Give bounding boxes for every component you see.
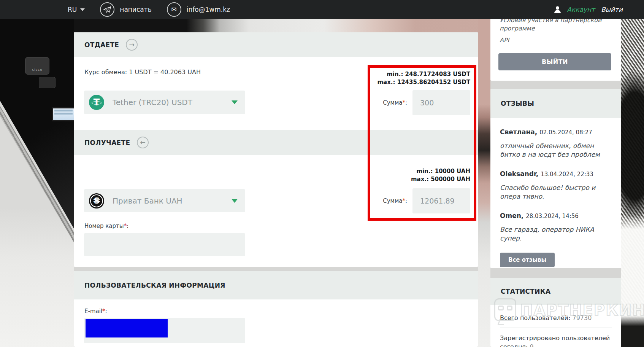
receive-section-header: ПОЛУЧАЕТЕ ← — [74, 130, 478, 155]
give-currency-select[interactable]: T Tether (TRC20) USDT — [84, 91, 245, 114]
background-photo-left: cisco — [0, 0, 74, 347]
logout-link[interactable]: Выйти — [601, 6, 623, 13]
reviews-list: Светлана, 02.05.2024, 08:27 отличный обм… — [490, 118, 621, 267]
api-link[interactable]: API — [500, 36, 612, 45]
total-users-value: 79730 — [572, 314, 592, 322]
review-text: Все гаразд, оператор НИКА супер. — [500, 225, 612, 243]
mail-icon[interactable]: ✉ — [167, 2, 181, 17]
user-icon — [554, 6, 561, 13]
give-title: ОТДАЕТЕ — [84, 41, 119, 49]
give-limits: min.: 248.71724083 USDT max.: 12435.8620… — [377, 70, 470, 86]
receive-title: ПОЛУЧАЕТЕ — [84, 139, 130, 146]
language-label: RU — [68, 6, 77, 13]
reviews-title: ОТЗЫВЫ — [501, 100, 534, 107]
receive-max: max.: 500000 UAH — [411, 175, 470, 183]
receive-currency-label: Приват Банк UAH — [113, 196, 182, 205]
review-author: Omen, 28.03.2024, 14:56 — [500, 212, 612, 220]
logout-button[interactable]: ВЫЙТИ — [498, 53, 611, 70]
required-mark: * — [102, 308, 105, 315]
telegram-icon[interactable] — [100, 2, 114, 17]
give-amount-label: Сумма*: — [383, 99, 407, 106]
reviews-header: ОТЗЫВЫ — [490, 89, 621, 118]
reviews-panel: ОТЗЫВЫ Светлана, 02.05.2024, 08:27 отлич… — [490, 89, 621, 268]
arrow-right-icon[interactable]: → — [126, 39, 138, 51]
review-text: Спасибо большое! быстро и опера тивно. — [500, 183, 612, 201]
review-author: Светлана, 02.05.2024, 08:27 — [500, 128, 612, 137]
review-date: 28.03.2024, 14:56 — [526, 213, 579, 220]
total-users: Всего пользователей: 79730 — [500, 314, 612, 322]
photo-printer-screen — [52, 107, 75, 121]
email-label: E-mail*: — [84, 308, 107, 315]
receive-amount-input[interactable] — [412, 188, 470, 213]
receive-amount-row: Сумма*: — [383, 188, 470, 213]
give-min: min.: 248.71724083 USDT — [377, 70, 470, 78]
chevron-down-icon — [232, 199, 238, 203]
contact-email[interactable]: info@1wm.kz — [187, 6, 230, 13]
statistics-panel: СТАТИСТИКА Всего пользователей: 79730 За… — [490, 278, 621, 347]
photo-mute-button — [39, 77, 56, 88]
user-info-panel: ПОЛЬЗОВАТЕЛЬСКАЯ ИНФОРМАЦИЯ E-mail*: — [74, 271, 478, 347]
exchange-panel: ОТДАЕТЕ → Курс обмена: 1 USDT = 40.2063 … — [74, 32, 478, 267]
review-text: отличный обменник, обмен битко в на юсдт… — [500, 142, 612, 159]
review-date: 13.04.2024, 22:33 — [541, 171, 593, 178]
required-mark: * — [402, 99, 405, 106]
give-currency-label: Tether (TRC20) USDT — [113, 98, 192, 107]
statistics-title: СТАТИСТИКА — [501, 288, 550, 295]
give-max: max.: 12435.86204152 USDT — [377, 78, 470, 86]
required-mark: * — [402, 197, 405, 204]
statistics-header: СТАТИСТИКА — [490, 278, 621, 305]
arrow-left-icon[interactable]: ← — [137, 137, 149, 148]
receive-min: min.: 10000 UAH — [411, 167, 470, 175]
user-info-header: ПОЛЬЗОВАТЕЛЬСКАЯ ИНФОРМАЦИЯ — [74, 271, 478, 299]
user-info-title: ПОЛЬЗОВАТЕЛЬСКАЯ ИНФОРМАЦИЯ — [84, 282, 225, 289]
receive-limits: min.: 10000 UAH max.: 500000 UAH — [411, 167, 470, 183]
today-users-value: 9 — [530, 343, 533, 347]
review-date: 02.05.2024, 08:27 — [539, 129, 592, 136]
account-link[interactable]: Аккаунт — [567, 6, 595, 13]
tether-icon: T — [89, 95, 104, 110]
receive-currency-select[interactable]: ₴ Приват Банк UAH — [84, 189, 245, 212]
write-link[interactable]: написать — [120, 6, 151, 13]
receive-amount-label: Сумма*: — [383, 197, 407, 204]
language-selector[interactable]: RU — [68, 6, 85, 13]
statistics-body: Всего пользователей: 79730 Зарегистриров… — [490, 305, 621, 347]
privatbank-icon: ₴ — [89, 193, 104, 209]
all-reviews-button[interactable]: Все отзывы — [500, 253, 555, 267]
card-number-label: Номер карты*: — [84, 223, 128, 229]
give-amount-row: Сумма*: — [383, 90, 470, 115]
chevron-down-icon — [80, 8, 85, 11]
email-censor-box — [86, 319, 168, 337]
card-number-input[interactable] — [84, 233, 245, 256]
background-photo-top — [74, 19, 490, 32]
background-photo-middle — [478, 19, 490, 347]
paper-plane-icon — [103, 6, 111, 13]
give-section-header: ОТДАЕТЕ → — [74, 32, 478, 57]
background-photo-right — [621, 0, 644, 347]
exchange-rate: Курс обмена: 1 USDT = 40.2063 UAH — [84, 68, 201, 76]
review-author: Oleksandr, 13.04.2024, 22:33 — [500, 170, 612, 178]
photo-cisco-logo: cisco — [25, 57, 49, 75]
give-amount-input[interactable] — [412, 90, 470, 115]
divider — [500, 328, 612, 328]
top-bar: RU написать ✉ info@1wm.kz Аккаунт Выйти — [0, 0, 644, 19]
chevron-down-icon — [232, 100, 238, 104]
today-users: Зарегистрировано пользователей сегодня: … — [500, 334, 612, 347]
